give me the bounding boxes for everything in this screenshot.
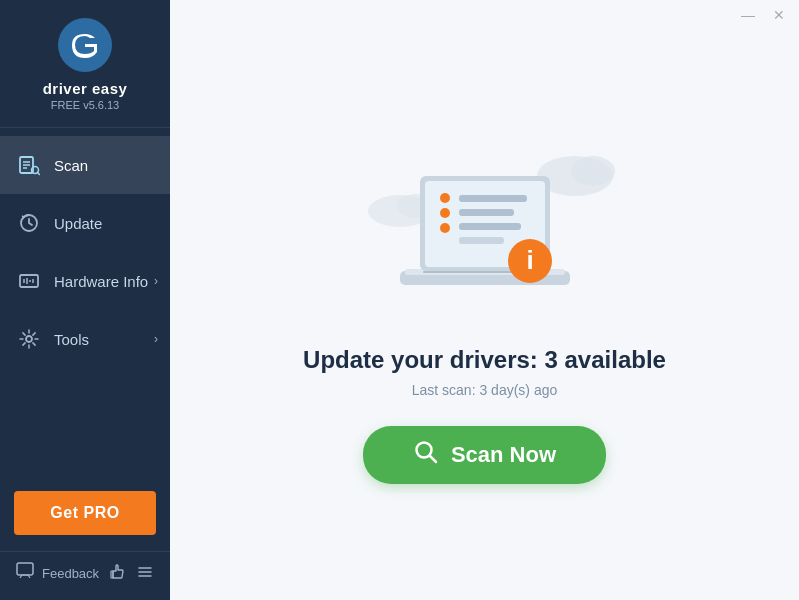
- svg-text:i: i: [526, 245, 533, 275]
- logo-area: driver easy FREE v5.6.13: [0, 0, 170, 128]
- close-button[interactable]: ✕: [773, 8, 785, 22]
- laptop-illustration: i: [345, 116, 625, 326]
- svg-rect-33: [459, 237, 504, 244]
- scan-icon: [16, 152, 42, 178]
- list-button[interactable]: [136, 563, 154, 584]
- sidebar-item-update-label: Update: [54, 215, 102, 232]
- svg-rect-31: [459, 209, 514, 216]
- sidebar-item-hardware-label: Hardware Info: [54, 273, 148, 290]
- main-heading: Update your drivers: 3 available: [303, 346, 666, 374]
- scan-now-icon: [413, 439, 439, 471]
- app-name: driver easy: [43, 80, 128, 97]
- svg-point-20: [571, 156, 615, 186]
- sidebar-item-hardware-info[interactable]: Hardware Info ›: [0, 252, 170, 310]
- feedback-icon: [16, 562, 34, 584]
- svg-rect-30: [459, 195, 527, 202]
- scan-now-label: Scan Now: [451, 442, 556, 468]
- feedback-button[interactable]: Feedback: [16, 562, 99, 584]
- hardware-icon: [16, 268, 42, 294]
- svg-point-27: [440, 193, 450, 203]
- sidebar-item-update[interactable]: Update: [0, 194, 170, 252]
- svg-rect-8: [20, 275, 38, 287]
- feedback-label: Feedback: [42, 566, 99, 581]
- svg-line-6: [38, 173, 40, 175]
- minimize-button[interactable]: —: [741, 8, 755, 22]
- get-pro-button[interactable]: Get PRO: [14, 491, 156, 535]
- sidebar-item-scan[interactable]: Scan: [0, 136, 170, 194]
- main-subheading: Last scan: 3 day(s) ago: [412, 382, 558, 398]
- svg-line-38: [429, 456, 436, 463]
- svg-point-13: [26, 336, 32, 342]
- tools-icon: [16, 326, 42, 352]
- update-icon: [16, 210, 42, 236]
- window-controls: — ✕: [741, 8, 785, 22]
- illustration: i: [345, 116, 625, 326]
- sidebar-item-tools-label: Tools: [54, 331, 89, 348]
- app-version: FREE v5.6.13: [51, 99, 119, 111]
- nav-items: Scan Update: [0, 128, 170, 479]
- tools-chevron-icon: ›: [154, 332, 158, 346]
- svg-point-28: [440, 208, 450, 218]
- svg-rect-14: [17, 563, 33, 575]
- app-logo: [58, 18, 112, 72]
- thumbs-up-icon: [109, 563, 127, 584]
- svg-point-29: [440, 223, 450, 233]
- svg-rect-32: [459, 223, 521, 230]
- thumbs-up-button[interactable]: [109, 563, 127, 584]
- sidebar-item-scan-label: Scan: [54, 157, 88, 174]
- list-icon: [136, 563, 154, 584]
- svg-rect-15: [111, 571, 113, 578]
- hardware-chevron-icon: ›: [154, 274, 158, 288]
- main-content: — ✕: [170, 0, 799, 600]
- scan-now-button[interactable]: Scan Now: [363, 426, 606, 484]
- sidebar: driver easy FREE v5.6.13 Scan: [0, 0, 170, 600]
- sidebar-item-tools[interactable]: Tools ›: [0, 310, 170, 368]
- sidebar-bottom: Feedback: [0, 551, 170, 600]
